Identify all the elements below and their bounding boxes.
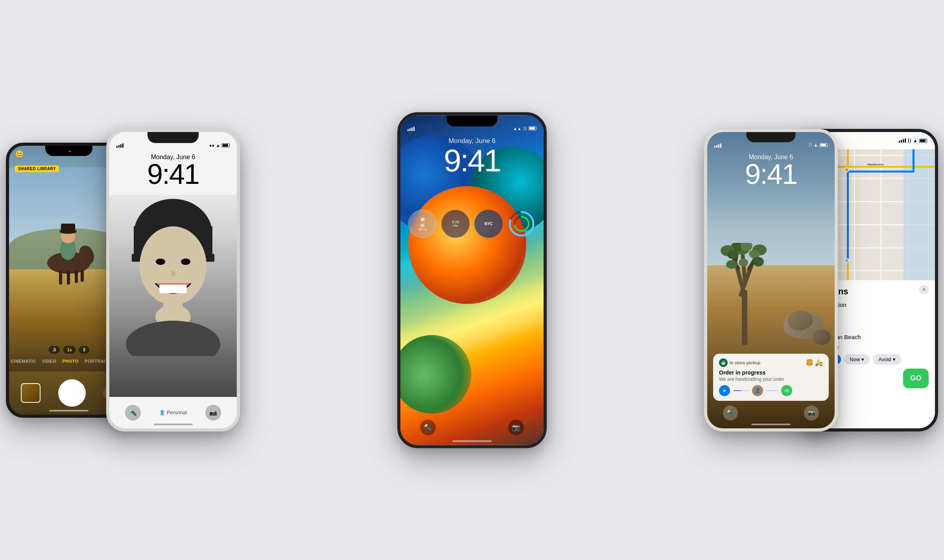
mode-portrait[interactable]: PORTRAIT [85,359,108,364]
flashlight-icon-bw[interactable]: 🔦 [125,405,141,420]
time-option[interactable]: Now ▾ [844,354,870,365]
svg-point-15 [181,259,190,265]
svg-rect-3 [67,271,70,285]
widgets-row: ☀ 65 65 72 8:29 PM NYC [400,209,544,238]
phone2-bottom-controls: 🔦 👤 Personal 📷 [109,405,237,420]
status-bar-joshua: ⟩⟩ ▲ [707,132,835,149]
svg-point-20 [126,321,220,356]
clock-widget: 8:29 PM [441,209,470,238]
svg-rect-2 [59,271,62,285]
map-label-2: Hawthorne [867,163,883,166]
phone4-bottom-controls: 🔦 📷 [707,406,835,420]
signal-colorful [407,127,415,131]
status-icons-bw: ●● ▲ [209,143,230,148]
status-icons-colorful: ▲▲ ⟩⟩ [513,125,537,131]
svg-point-38 [749,250,760,258]
status-bar-bw: ●● ▲ [109,132,237,149]
lock-screen-date-joshua: Monday, June 6 9:41 [707,154,835,187]
bag-icon: 🛍 [781,385,792,396]
home-indicator [49,410,88,411]
svg-rect-17 [159,285,187,293]
svg-point-36 [727,250,738,259]
signal-joshua [714,143,721,148]
signal-bw [116,143,124,148]
notif-action-icons: 🍔 🛵 [806,359,823,366]
notif-app-label: ☕ In store pickup [719,358,760,367]
rocks-3 [813,329,831,345]
svg-point-41 [739,259,748,266]
svg-point-39 [726,260,737,269]
notif-progress: ➤ 👤 🛍 [719,385,823,396]
blob-orange [408,186,526,304]
account-label: 👤 Personal [159,409,187,415]
bw-portrait-image [109,195,237,397]
notification-card: ☕ In store pickup 🍔 🛵 Order in progress … [713,354,829,401]
notif-subtitle: We are handcrafting your order [719,376,823,382]
flashlight-joshua[interactable]: 🔦 [723,406,738,420]
svg-point-16 [171,270,175,277]
go-button[interactable]: GO [903,369,929,388]
date-colorful: Monday, June 6 [400,137,544,145]
svg-point-40 [753,257,764,266]
home-indicator-bw [153,424,193,425]
mode-video[interactable]: VIDEO [42,359,57,364]
time-colorful: 9:41 [400,146,544,174]
phone-bw-portrait: ●● ▲ Monday, June 6 9:41 [106,129,240,431]
home-indicator-joshua [751,424,791,425]
avoid-option[interactable]: Avoid ▾ [873,354,901,365]
camera-chevron[interactable]: ⌃ [68,150,72,158]
horse-rider-svg [33,208,104,286]
mode-cinematic[interactable]: CINEMATIC [11,359,36,364]
svg-rect-4 [75,270,78,283]
zoom-controls: .5 1x 3 [48,346,89,354]
starbucks-icon: ☕ [719,358,728,367]
zoom-half[interactable]: .5 [48,346,60,354]
status-icons-maps: ⟩⟩ ▲ [899,138,927,143]
svg-rect-5 [81,270,84,282]
nyc-widget: NYC [474,209,503,238]
shared-library-badge: SHARED LIBRARY [15,165,59,172]
camera-icon-bw[interactable]: 📷 [205,405,221,420]
svg-rect-25 [742,290,747,345]
svg-rect-9 [61,224,75,232]
lock-screen-date-bw: Monday, June 6 9:41 [109,154,237,187]
lock-screen-date-colorful: Monday, June 6 9:41 [400,137,544,174]
home-indicator-colorful [452,440,492,442]
face-id-icon: 😊 [15,150,24,158]
phone-colorful: ▲▲ ⟩⟩ Monday, June 6 9:41 ☀ 65 65 72 [397,112,547,448]
phone-joshua: ⟩⟩ ▲ Monday, June 6 9:41 ☕ In store pick… [704,129,838,431]
phone3-bottom-controls: 🔦 📷 [400,419,544,435]
joshua-tree-svg [719,243,770,345]
weather-widget: ☀ 65 65 72 [408,209,437,238]
time-joshua: 9:41 [707,162,835,187]
zoom-3x[interactable]: 3 [79,346,89,354]
notif-header: ☕ In store pickup 🍔 🛵 [719,358,823,367]
last-photo-thumbnail[interactable] [21,383,41,403]
time-bw: 9:41 [109,162,237,187]
notif-title: Order in progress [719,369,823,376]
status-icons-joshua: ⟩⟩ ▲ [809,142,828,148]
ring-widget [507,209,536,238]
progress-icon-row: ➤ 👤 🛍 [719,385,792,396]
zoom-1x[interactable]: 1x [63,346,76,354]
mode-photo[interactable]: PHOTO [62,359,78,364]
status-bar-colorful: ▲▲ ⟩⟩ [400,115,544,132]
person-icon: 👤 [752,385,763,396]
camera-colorful[interactable]: 📷 [508,419,524,435]
shutter-button[interactable] [58,379,86,407]
close-directions-button[interactable]: ✕ [919,285,929,294]
camera-joshua[interactable]: 📷 [804,406,819,420]
svg-point-14 [156,259,165,265]
face-illustration [118,195,228,356]
navigate-icon: ➤ [719,385,730,396]
flashlight-colorful[interactable]: 🔦 [420,419,436,435]
